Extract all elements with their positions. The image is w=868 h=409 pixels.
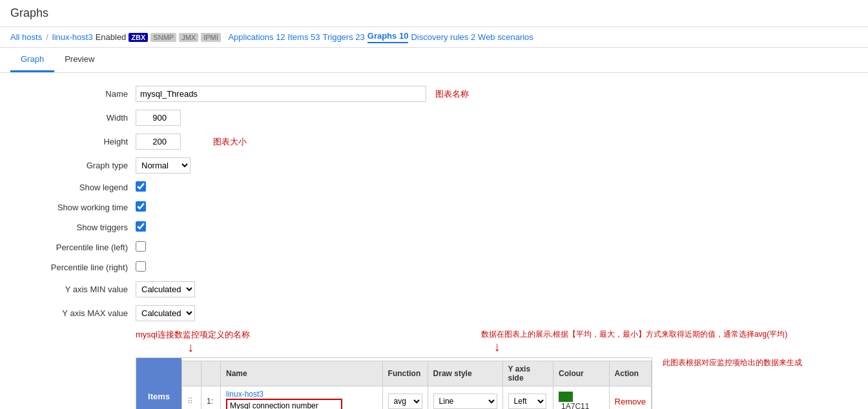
row-action-cell: Remove — [609, 386, 651, 410]
show-triggers-wrapper — [136, 221, 146, 234]
col-action: Action — [609, 361, 651, 386]
form-row-show-working: Show working time — [19, 201, 849, 214]
badge-zbx[interactable]: ZBX — [129, 33, 148, 42]
percentile-left-checkbox[interactable] — [136, 241, 146, 252]
annotation-avg-block: 数据在图表上的展示,根据【平均，最大，最小】方式来取得近期的值，通常选择avg(… — [481, 329, 849, 354]
y-axis-min-label: Y axis MIN value — [19, 284, 136, 294]
height-label: Height — [19, 137, 136, 146]
annotation-mysql-text: mysql连接数监控项定义的名称 — [136, 330, 250, 339]
row-function-cell: min avg max all last — [382, 386, 428, 410]
show-legend-label: Show legend — [19, 183, 136, 192]
nav-applications[interactable]: Applications 12 — [228, 32, 285, 42]
row-y-axis-side-cell: Left Right — [502, 386, 553, 410]
nav-bar: All hosts / linux-host3 Enabled ZBX SNMP… — [0, 27, 868, 48]
items-table: Name Function Draw style Y axis side Col… — [181, 361, 652, 409]
show-legend-wrapper — [136, 181, 146, 194]
show-triggers-checkbox[interactable] — [136, 221, 146, 232]
height-field-wrapper — [136, 134, 181, 150]
form-row-name: Name 图表名称 — [19, 86, 849, 102]
percentile-left-label: Percentile line (left) — [19, 243, 136, 252]
show-working-checkbox[interactable] — [136, 201, 146, 212]
items-section-wrapper: Items Name Function Draw style Y axis si… — [136, 357, 652, 409]
y-axis-min-select[interactable]: Calculated Fixed Item — [136, 281, 195, 297]
name-label: Name — [19, 89, 136, 99]
badge-ipmi[interactable]: IPMI — [201, 33, 221, 42]
percentile-left-wrapper — [136, 241, 146, 254]
col-name: Name — [221, 361, 383, 386]
percentile-right-checkbox[interactable] — [136, 261, 146, 272]
items-section-label: Items — [136, 358, 181, 409]
row-function-select[interactable]: min avg max all last — [388, 394, 422, 409]
col-num — [202, 361, 221, 386]
col-y-axis-side: Y axis side — [502, 361, 553, 386]
form-row-y-max: Y axis MAX value Calculated Fixed Item — [19, 305, 849, 321]
badge-jmx[interactable]: JMX — [179, 33, 198, 42]
height-input[interactable] — [136, 134, 181, 150]
col-colour: Colour — [553, 361, 610, 386]
tab-preview[interactable]: Preview — [54, 48, 105, 72]
form-row-percentile-right: Percentile line (right) — [19, 261, 849, 274]
drag-cell: ⠿ — [182, 386, 202, 410]
annotation-avg-text: 数据在图表上的展示,根据【平均，最大，最小】方式来取得近期的值，通常选择avg(… — [481, 330, 788, 339]
annotation-generate-text: 此图表根据对应监控项给出的数据来生成 — [663, 358, 802, 367]
name-input[interactable] — [136, 86, 426, 102]
remove-link[interactable]: Remove — [615, 397, 646, 406]
row-item-name-input[interactable] — [226, 399, 342, 409]
form-row-graph-type: Graph type Normal Stacked Pie Exploded — [19, 157, 849, 174]
width-input[interactable] — [136, 110, 181, 126]
width-field-wrapper — [136, 110, 181, 126]
nav-enabled: Enabled — [96, 32, 127, 42]
row-draw-style-select[interactable]: Line Filled region Bold line Dot Dashed … — [433, 394, 497, 409]
content: Name 图表名称 Width Height 图表大小 Graph type N… — [0, 73, 868, 409]
nav-graphs[interactable]: Graphs 10 — [367, 31, 409, 43]
page-title: Graphs — [10, 6, 48, 19]
nav-items[interactable]: Items 53 — [288, 32, 320, 42]
row-name-cell: linux-host3 — [221, 386, 383, 410]
form-row-width: Width — [19, 110, 849, 126]
col-draw-style: Draw style — [428, 361, 502, 386]
percentile-right-label: Percentile line (right) — [19, 263, 136, 272]
row-draw-style-cell: Line Filled region Bold line Dot Dashed … — [428, 386, 502, 410]
annotation-mysql-block: mysql连接数监控项定义的名称 ↓ — [136, 329, 442, 354]
items-table-wrapper: Items Name Function Draw style Y axis si… — [136, 357, 652, 409]
show-working-wrapper — [136, 201, 146, 214]
nav-triggers[interactable]: Triggers 23 — [322, 32, 364, 42]
row-colour-cell: 1A7C11 — [553, 386, 610, 410]
col-empty — [182, 361, 202, 386]
row-host: linux-host3 — [226, 390, 264, 399]
form-row-percentile-left: Percentile line (left) — [19, 241, 849, 254]
y-axis-max-select[interactable]: Calculated Fixed Item — [136, 305, 195, 321]
annotation-chart-name: 图表名称 — [435, 88, 469, 100]
graph-type-select[interactable]: Normal Stacked Pie Exploded — [136, 157, 191, 174]
nav-host[interactable]: linux-host3 — [52, 32, 93, 42]
graph-type-wrapper: Normal Stacked Pie Exploded — [136, 157, 191, 174]
nav-discovery[interactable]: Discovery rules 2 — [411, 32, 475, 42]
annotation-generate-block: 此图表根据对应监控项给出的数据来生成 — [663, 357, 802, 368]
row-y-axis-side-select[interactable]: Left Right — [508, 394, 546, 409]
arrow-down-1: ↓ — [187, 341, 442, 354]
name-field-wrapper — [136, 86, 426, 102]
badge-snmp[interactable]: SNMP — [150, 33, 176, 42]
y-axis-min-wrapper: Calculated Fixed Item — [136, 281, 195, 297]
nav-all-hosts[interactable]: All hosts — [10, 32, 42, 42]
graph-type-label: Graph type — [19, 161, 136, 170]
items-table-header-row: Name Function Draw style Y axis side Col… — [182, 361, 652, 386]
items-table-container: Name Function Draw style Y axis side Col… — [181, 358, 652, 409]
colour-hex: 1A7C11 — [561, 402, 589, 409]
form-row-y-min: Y axis MIN value Calculated Fixed Item — [19, 281, 849, 297]
annotation-chart-size: 图表大小 — [213, 136, 247, 148]
tab-graph[interactable]: Graph — [10, 48, 54, 72]
show-legend-checkbox[interactable] — [136, 181, 146, 192]
colour-swatch[interactable] — [559, 392, 573, 402]
form-row-height: Height 图表大小 — [19, 134, 849, 150]
row-index: 1: — [202, 386, 221, 410]
y-axis-max-wrapper: Calculated Fixed Item — [136, 305, 195, 321]
nav-sep-1: / — [46, 32, 48, 42]
form-row-show-triggers: Show triggers — [19, 221, 849, 234]
show-working-label: Show working time — [19, 203, 136, 212]
form-row-items: Items Name Function Draw style Y axis si… — [19, 357, 849, 409]
page-header: Graphs — [0, 0, 868, 27]
tabs: Graph Preview — [0, 48, 868, 73]
drag-handle-icon[interactable]: ⠿ — [187, 397, 193, 406]
nav-web-scenarios[interactable]: Web scenarios — [478, 32, 533, 42]
